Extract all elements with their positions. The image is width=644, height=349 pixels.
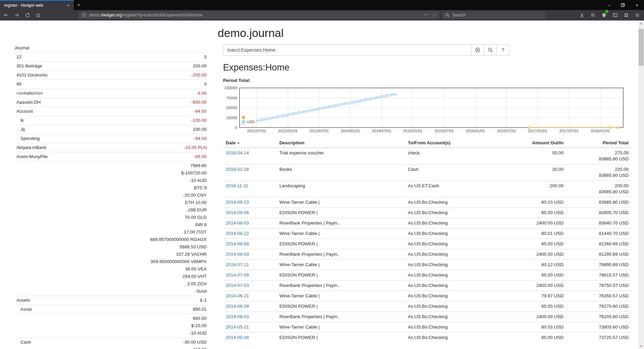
period-total-line: 83985.80 USD <box>569 199 629 205</box>
transaction-period-total: 78895.69 USD <box>566 260 631 270</box>
adblock-extension-button[interactable]: 0 <box>599 11 609 19</box>
transaction-period-total: 275.0083985.80 USD <box>566 148 631 164</box>
transaction-date-link[interactable]: 2014-07-09 <box>226 272 249 278</box>
column-header-period-total[interactable]: Period Total <box>566 138 631 148</box>
transaction-date-link[interactable]: 2014-07-21 <box>226 262 249 267</box>
tab-close-icon[interactable]: × <box>66 3 71 8</box>
account-name-link[interactable]: 12 <box>16 54 21 59</box>
scrollbar-thumb[interactable] <box>639 29 644 66</box>
navigation-bar: demo.hledger.org/register?q=inacct%3AExp… <box>0 10 644 20</box>
forward-button[interactable] <box>12 11 21 19</box>
library-button[interactable] <box>588 11 598 19</box>
transaction-date-link[interactable]: 2014-09-03 <box>226 220 249 226</box>
account-name-link[interactable]: Asset <box>20 307 32 312</box>
search-bar[interactable]: Search <box>442 11 545 19</box>
scroll-down-arrow[interactable]: ▼ <box>638 343 644 349</box>
register-row: 2014-09-08 EDISON POWER | As:US:Bo:Check… <box>223 208 631 218</box>
window-restore-button[interactable] <box>616 0 630 10</box>
query-input[interactable] <box>223 44 471 56</box>
sidebar-toggle-button[interactable] <box>610 11 620 19</box>
period-total-line: 81360.69 USD <box>569 241 629 247</box>
transaction-amount: 80.10 USD <box>486 197 566 208</box>
column-header-description[interactable]: Description <box>277 138 405 148</box>
chart-canvas-mount: 02500050000750001000002012/07/012013/01/… <box>223 84 624 136</box>
menu-button[interactable] <box>632 11 642 19</box>
account-name-link[interactable]: Asets:MunyPile <box>16 154 48 159</box>
transaction-date-link[interactable]: 2014-06-09 <box>226 304 249 309</box>
column-header-date[interactable]: Date▲ <box>223 138 277 148</box>
transaction-period-total: 73725.57 USD <box>566 333 631 343</box>
period-total-line: 76205.60 USD <box>569 314 629 320</box>
balance-line: £-1 <box>86 297 207 304</box>
account-name-link[interactable]: <u>hello</u> <box>16 91 43 96</box>
accounts-sidebar: Journal 12 0 301 Beiträge 200.00 4101 Gi… <box>14 45 207 349</box>
help-button[interactable]: ? <box>497 44 509 56</box>
account-name-link[interactable]: Aaasets:DH <box>16 100 41 105</box>
transaction-date-link[interactable]: 2014-06-21 <box>226 293 249 298</box>
sidebar-account-row: Cash -30.00 USD-117.00 <box>14 338 207 349</box>
clear-query-button[interactable] <box>471 44 484 56</box>
reload-button[interactable] <box>23 11 32 19</box>
transaction-date-link[interactable]: 2014-05-21 <box>226 325 249 330</box>
period-total-line: 73805.60 USD <box>569 324 629 330</box>
transaction-amount: 65.00 USD <box>486 270 566 281</box>
transaction-amount: 65.00 USD <box>486 239 566 249</box>
balance-line: $-100720.00 <box>86 169 207 177</box>
new-tab-button[interactable]: + <box>74 0 84 10</box>
transaction-amount: 80.03 USD <box>486 322 566 333</box>
transaction-date-link[interactable]: 2014-08-08 <box>226 241 249 246</box>
submit-search-button[interactable] <box>484 44 497 56</box>
sidebar-account-row: 301 Beiträge 200.00 <box>14 62 207 71</box>
window-minimize-button[interactable]: – <box>602 0 616 10</box>
page-scrollbar[interactable]: ▲ ▼ <box>638 20 644 349</box>
transaction-period-total: 76270.60 USD <box>566 301 631 312</box>
account-name-link[interactable]: Assets <box>16 298 30 303</box>
account-name-link[interactable]: 95 <box>16 82 21 87</box>
register-rows: 2018-04-14 Trial expense voucher check 5… <box>223 148 631 343</box>
account-name-link[interactable]: Cash <box>20 340 31 345</box>
account-name-link[interactable]: 301 Beiträge <box>16 63 42 68</box>
sidebar-account-row: 4101 Girokonto -200.00 <box>14 71 207 80</box>
transaction-date-link[interactable]: 2018-04-14 <box>226 150 249 155</box>
account-name-link[interactable]: 4101 Girokonto <box>16 72 47 78</box>
account-name-link[interactable]: Jij <box>20 127 25 132</box>
transaction-date-link[interactable]: 2014-06-03 <box>226 314 249 319</box>
page-content: demo.journal Journal 12 0 301 Beiträge 2… <box>0 20 638 349</box>
home-button[interactable] <box>34 11 43 19</box>
screenshot-grid-button[interactable] <box>621 11 631 19</box>
bookmark-star-icon[interactable]: ☆ <box>431 12 439 18</box>
restore-icon <box>621 3 625 7</box>
balance-line: -117.00 <box>86 346 207 349</box>
transaction-date-link[interactable]: 2014-09-08 <box>226 210 249 215</box>
browser-tab[interactable]: register - hledger-web × <box>0 0 74 10</box>
sidebar-account-row: lk -100.00 <box>14 116 207 125</box>
scroll-up-arrow[interactable]: ▲ <box>638 20 644 26</box>
sidebar-journal-link[interactable]: Journal <box>14 45 207 50</box>
transaction-date-link[interactable]: 2016-11-11 <box>226 183 248 188</box>
transaction-period-total: 81440.70 USD <box>566 229 631 239</box>
account-name-link[interactable]: Spending <box>20 136 40 141</box>
back-button[interactable] <box>1 11 11 19</box>
transaction-date-link[interactable]: 2018-02-28 <box>226 167 249 172</box>
account-name-link[interactable]: Aktywa:mBank <box>16 145 46 150</box>
transaction-date-link[interactable]: 2014-08-22 <box>226 231 249 236</box>
account-balance: £-1 <box>86 296 207 305</box>
transaction-date-link[interactable]: 2014-07-03 <box>226 283 249 288</box>
transaction-date-link[interactable]: 2014-08-03 <box>226 252 249 257</box>
column-header-account[interactable]: To/From Account(s) <box>405 138 486 148</box>
register-row: 2014-08-22 Wine-Tarner Cable | As:US:Bo:… <box>223 229 631 239</box>
register-row: 2014-05-21 Wine-Tarner Cable | As:US:Bo:… <box>223 322 631 333</box>
transaction-date-link[interactable]: 2014-09-23 <box>226 200 249 205</box>
window-close-button[interactable]: × <box>630 0 644 10</box>
svg-text:2016/07/01: 2016/07/01 <box>497 129 517 133</box>
column-header-amount[interactable]: Amount Out/In <box>486 138 566 148</box>
balance-line: -30.00 USD <box>86 339 207 346</box>
account-name-link[interactable]: lk <box>20 118 24 123</box>
downloads-button[interactable] <box>577 11 587 19</box>
transaction-date-link[interactable]: 2014-05-08 <box>226 335 249 340</box>
url-bar[interactable]: demo.hledger.org/register?q=inacct%3AExp… <box>79 11 439 19</box>
transaction-description: Wine-Tarner Cable | <box>277 322 405 333</box>
site-info-icon[interactable] <box>82 12 87 18</box>
account-name-link[interactable]: Account <box>16 109 33 114</box>
page-actions-icon[interactable] <box>422 12 431 18</box>
